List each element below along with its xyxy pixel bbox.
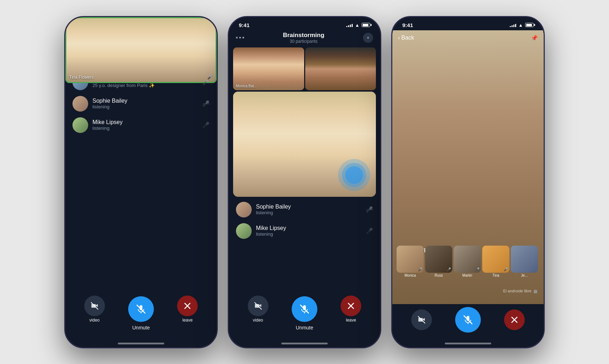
thumb-mic-monica: 🎤 <box>418 267 422 271</box>
status-sophie: listening <box>92 104 198 109</box>
speaking-ring-outer <box>338 159 370 191</box>
thumb-name-tina: Tina <box>492 273 499 277</box>
controls-row-1: video <box>72 296 210 323</box>
watermark-text: El androide libre <box>503 289 532 293</box>
mic-sophie: 🎤 <box>202 100 210 107</box>
thumb-video-tina: 🎤 <box>482 246 509 273</box>
info-sophie-2: Sophie Bailey listening <box>256 204 362 215</box>
wifi-icon-3: ▲ <box>518 22 523 28</box>
thumb-martin[interactable]: 🎤 Martin <box>454 246 481 277</box>
featured-video-tina[interactable] <box>233 92 376 197</box>
controls-row-3 <box>399 307 537 333</box>
mini-name-monica: Monica Bat... <box>236 84 257 88</box>
participant-sophie[interactable]: Sophie Bailey listening 🎤 <box>65 93 217 114</box>
avatar-sophie <box>72 96 88 112</box>
status-mike: listening <box>92 125 198 131</box>
back-button[interactable]: ‹ Back <box>398 35 414 41</box>
thumb-mic-martin: 🎤 <box>475 267 479 271</box>
watermark-icon: 🤖 <box>533 289 538 293</box>
thumb-monica[interactable]: 🎤 Monica <box>397 246 424 277</box>
info-mike-2: Mike Lipsey listening <box>256 225 362 237</box>
time-2: 9:41 <box>239 22 250 28</box>
video-button-3[interactable] <box>411 309 432 330</box>
fullscreen-video: ‹ Back 📌 🎤 Tina Flowers 🎤 Monica <box>392 30 544 304</box>
back-label: Back <box>401 35 414 41</box>
phone-3: 9:41 ▲ ‹ Back <box>391 16 545 348</box>
pin-icon: 📌 <box>531 35 538 41</box>
home-indicator-3 <box>445 343 491 344</box>
video-button-1[interactable] <box>84 296 105 316</box>
participant-sophie-2[interactable]: Sophie Bailey listening 🎤 <box>229 199 380 220</box>
mic-sophie-2: 🎤 <box>366 206 373 213</box>
video-control-1[interactable]: video <box>84 296 105 323</box>
speaking-ring-inner <box>345 166 363 184</box>
avatar-mike <box>72 117 88 133</box>
mute-button-3[interactable] <box>455 307 481 333</box>
battery-icon-2 <box>362 23 370 27</box>
mini-cell-monica[interactable]: Monica Bat... <box>233 47 304 90</box>
chevron-down-button-2[interactable]: ▾ <box>363 33 373 43</box>
home-indicator-2 <box>281 343 328 344</box>
status-alicia: 25 y.o. designer from Paris ✨ <box>92 83 198 88</box>
mic-mike-2: 🎤 <box>366 227 373 234</box>
signal-icon-2 <box>346 23 353 27</box>
status-bar-3: 9:41 ▲ <box>392 17 544 30</box>
video-label-1: video <box>89 318 100 323</box>
battery-icon-3 <box>525 23 534 27</box>
featured-video-container <box>229 92 380 197</box>
leave-button-2[interactable] <box>341 296 361 316</box>
mute-control-2[interactable] <box>292 296 317 322</box>
thumb-tina[interactable]: 🎤 Tina <box>482 246 509 277</box>
pin-button[interactable]: 📌 <box>531 35 538 41</box>
phone-2: 9:41 ▲ Brainstorming 30 p <box>228 16 381 348</box>
leave-control-3[interactable] <box>504 309 525 330</box>
mini-video-grid: Monica Bat... <box>229 47 380 90</box>
video-name-tina: Tina Flowers <box>69 75 94 80</box>
thumb-name-russ: Russ <box>435 273 443 277</box>
thumbnail-strip: 🎤 Monica 🎤 Russ 🎤 Martin <box>392 246 544 277</box>
avatar-sophie-2 <box>236 202 252 217</box>
thumb-video-martin: 🎤 <box>454 246 481 273</box>
avatar-mike-2 <box>236 223 252 239</box>
mini-cell-russ[interactable] <box>305 47 376 90</box>
thumb-video-je <box>511 246 538 273</box>
speaking-ring-mid <box>342 163 366 187</box>
name-mike-2: Mike Lipsey <box>256 225 362 231</box>
mute-button-2[interactable] <box>292 296 317 322</box>
participant-mike-2[interactable]: Mike Lipsey listening 🎤 <box>229 220 380 242</box>
thumb-video-russ: 🎤 <box>425 246 452 273</box>
mute-control-1[interactable] <box>128 296 154 322</box>
thumb-name-monica: Monica <box>404 273 416 277</box>
leave-button-1[interactable] <box>177 296 198 316</box>
status-bar-2: 9:41 ▲ <box>229 17 380 30</box>
participant-mike[interactable]: Mike Lipsey listening 🎤 <box>65 114 217 136</box>
participants-list-1: Roberto Cham listening 🎤 Alicia Walker 2… <box>65 47 217 291</box>
info-sophie: Sophie Bailey listening <box>92 98 198 109</box>
status-sophie-2: listening <box>256 210 362 215</box>
participants-list-2: Sophie Bailey listening 🎤 Mike Lipsey li… <box>229 197 380 291</box>
video-cell-tina[interactable]: Tina Flowers 🎤 <box>65 17 217 83</box>
bottom-controls-1: video <box>65 291 217 341</box>
phone-1: 9:41 ▲ Brainstorming 30 p <box>64 16 218 348</box>
mute-control-3[interactable] <box>455 307 481 333</box>
info-mike: Mike Lipsey listening <box>92 119 198 131</box>
thumb-name-martin: Martin <box>462 273 472 277</box>
header-title-2: Brainstorming 30 participants <box>283 32 324 44</box>
video-button-2[interactable] <box>248 296 268 316</box>
leave-button-3[interactable] <box>504 309 525 330</box>
leave-label-2: leave <box>346 318 356 323</box>
thumb-video-monica: 🎤 <box>397 246 424 273</box>
call-header-2: Brainstorming 30 participants ▾ <box>229 30 380 47</box>
video-control-3[interactable] <box>411 309 432 330</box>
name-mike: Mike Lipsey <box>92 119 198 125</box>
leave-control-2[interactable]: leave <box>341 296 361 323</box>
controls-row-2: video <box>236 296 373 323</box>
thumb-je[interactable]: Je... <box>511 246 538 277</box>
wifi-icon-2: ▲ <box>355 22 359 28</box>
mute-button-1[interactable] <box>128 296 154 322</box>
video-control-2[interactable]: video <box>248 296 268 323</box>
leave-control-1[interactable]: leave <box>177 296 198 323</box>
unmute-label-1: Unmute <box>132 325 150 330</box>
options-button-2[interactable] <box>236 37 244 39</box>
thumb-russ[interactable]: 🎤 Russ <box>425 246 452 277</box>
